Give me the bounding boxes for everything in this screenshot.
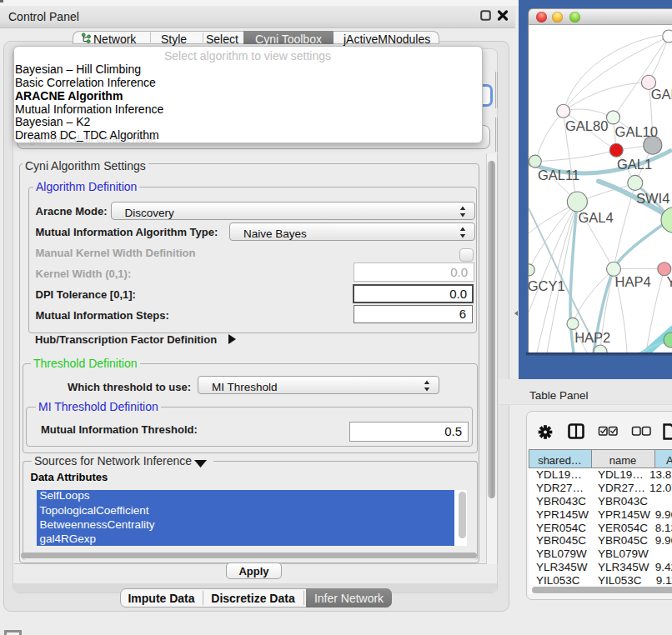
svg-text:GAL1: GAL1: [617, 157, 652, 172]
svg-text:HAP2: HAP2: [574, 330, 610, 345]
svg-text:GAL4: GAL4: [579, 210, 614, 225]
svg-text:GAL11: GAL11: [538, 168, 579, 182]
svg-text:HAP4: HAP4: [615, 274, 651, 289]
svg-text:SWI4: SWI4: [636, 191, 669, 206]
svg-text:GAL2: GAL2: [651, 87, 672, 102]
svg-text:Y: Y: [667, 274, 672, 289]
svg-text:GAL80: GAL80: [565, 118, 608, 133]
svg-text:GAL10: GAL10: [615, 124, 658, 139]
svg-text:GCY1: GCY1: [529, 278, 565, 293]
